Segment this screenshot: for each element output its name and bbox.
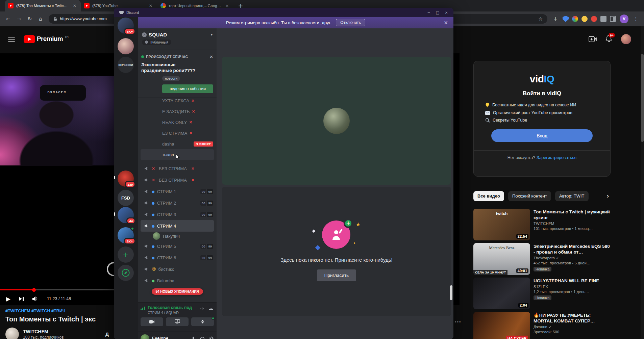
headphones-icon[interactable]	[200, 336, 205, 339]
progress-scrubber[interactable]	[32, 288, 36, 292]
chip-from-author[interactable]: Автор: TWIT	[555, 191, 589, 201]
vidiq-login-button[interactable]: Вход	[491, 129, 593, 142]
voice-channel[interactable]: ×БЕЗ СТРИМА×	[138, 163, 217, 174]
voice-channel-selected[interactable]: ●СТРИМ 4	[141, 220, 214, 232]
microphone-icon[interactable]	[191, 336, 196, 339]
server-icon-4[interactable]: 139	[118, 171, 134, 187]
suggested-channel[interactable]: TWITCHFM	[534, 221, 611, 226]
chip-all-videos[interactable]: Все видео	[473, 191, 504, 201]
video-thumbnail[interactable]: Mercedes-Benz СЕЛА ЗА 10 МИНУТ 49:01	[473, 243, 530, 275]
suggested-channel[interactable]: S1ZLEX	[534, 285, 599, 289]
hamburger-menu-icon[interactable]	[8, 37, 15, 42]
hidden-menu-dots[interactable]: •••	[455, 319, 462, 324]
color-extension-icon[interactable]	[572, 16, 578, 22]
voice-channel[interactable]: ●СТРИМ 3 0099	[138, 209, 217, 220]
disconnect-icon[interactable]	[208, 306, 214, 312]
browser-menu-icon[interactable]: ⋮	[631, 14, 641, 24]
text-channel[interactable]: Е ЗАХОДИТЬ×	[138, 106, 217, 117]
text-channel[interactable]: dashaВ ЭФИРЕ	[138, 138, 217, 149]
suggested-video[interactable]: Mercedes-Benz СЕЛА ЗА 10 МИНУТ 49:01 Эле…	[473, 243, 611, 275]
voice-channel[interactable]: ●Balumba	[138, 275, 217, 286]
home-button[interactable]: ⌂	[36, 14, 45, 24]
shield-extension-icon[interactable]	[563, 16, 569, 22]
settings-gear-icon[interactable]	[209, 336, 214, 339]
server-icon-6[interactable]: 44	[118, 207, 134, 223]
tab-close-icon[interactable]: ×	[72, 3, 77, 8]
video-thumbnail[interactable]: НА СУПЕР	[473, 312, 530, 339]
event-close-icon[interactable]: ×	[209, 54, 213, 59]
voice-channel[interactable]: ●СТРИМ 1 0099	[138, 186, 217, 197]
suggested-video[interactable]: twitch 22:54 Топ Моменты с Twitch | мужи…	[473, 209, 611, 240]
browser-tab-1[interactable]: (578) Топ Моменты с Twitch | эк ×	[5, 0, 81, 11]
reload-button[interactable]: ↻	[25, 14, 34, 24]
suggested-channel[interactable]: Джонни✓	[534, 325, 611, 329]
minimize-button[interactable]: ─	[424, 10, 433, 15]
discord-titlebar[interactable]: Discord ─ □ ×	[114, 8, 453, 17]
screenshare-button[interactable]	[166, 317, 189, 326]
voice-member[interactable]: Пакупич	[138, 232, 217, 240]
suggested-channel[interactable]: TheWarpath✓	[534, 256, 611, 260]
page-scrollbar-thumb[interactable]	[641, 54, 644, 142]
bookmark-star-icon[interactable]: ☆	[538, 16, 543, 22]
maximize-button[interactable]: □	[433, 10, 442, 15]
invite-button[interactable]: Пригласить	[317, 269, 356, 281]
browser-profile-avatar[interactable]: V	[620, 15, 628, 23]
side-panel-icon[interactable]	[610, 16, 616, 22]
pin-extension-icon[interactable]	[591, 16, 597, 22]
register-link[interactable]: Зарегистрироваться	[537, 155, 576, 160]
add-server-button[interactable]: +	[118, 246, 134, 263]
channel-avatar[interactable]	[5, 328, 19, 339]
video-hashtags[interactable]: #TWITCHFM #TWITCH #ТВИЧ	[5, 309, 65, 313]
voice-channel[interactable]: ●СТРИМ 2 0099	[138, 197, 217, 209]
video-thumbnail[interactable]: twitch 22:54	[473, 209, 530, 240]
suggested-video[interactable]: 2:04 UGLYSTEPHAN WILL BE FINE S1ZLEX 1,2…	[473, 278, 611, 309]
server-icon-2[interactable]	[118, 38, 134, 54]
camera-button[interactable]	[141, 317, 163, 326]
server-header[interactable]: ✓ SQUAD ▾ Публичный	[138, 28, 217, 50]
participant-video-tile[interactable]	[222, 57, 451, 185]
server-icon-7[interactable]: 2K+	[118, 227, 134, 243]
key-extension-icon[interactable]	[581, 16, 588, 22]
username[interactable]: Evelone	[152, 336, 168, 339]
youtube-logo[interactable]: Premium TR	[24, 35, 69, 43]
voice-channel[interactable]: ☺бистикс	[138, 263, 217, 275]
activities-button[interactable]	[191, 317, 214, 326]
youtube-profile-avatar[interactable]	[621, 34, 631, 44]
chips-scroll-right-icon[interactable]: ›	[595, 191, 611, 201]
back-button[interactable]: ←	[3, 14, 13, 24]
forward-button[interactable]: →	[14, 14, 24, 24]
streamer-mode-disable-button[interactable]: Отключить	[336, 19, 365, 26]
progress-bar[interactable]	[0, 289, 114, 290]
discord-scrollbar-thumb[interactable]	[450, 285, 452, 300]
extensions-puzzle-icon[interactable]	[600, 16, 606, 22]
volume-icon[interactable]	[32, 296, 39, 302]
noise-suppression-icon[interactable]	[200, 306, 204, 311]
suggested-video[interactable]: НА СУПЕР 🔥НИ РАЗУ НЕ УМЕРЕТЬ: MORTAL KOM…	[473, 312, 611, 339]
text-channel[interactable]: ЕЗ СТРИМА×	[138, 128, 217, 138]
voice-channel[interactable]: ●СТРИМ 5 0099	[138, 240, 217, 252]
banner-close-icon[interactable]: ×	[444, 20, 448, 26]
chip-related[interactable]: Похожий контент	[508, 191, 551, 201]
text-channel[interactable]: REAK ONLY×	[138, 117, 217, 128]
close-button[interactable]: ×	[442, 10, 451, 15]
tab-close-icon[interactable]: ×	[224, 3, 230, 8]
text-channel[interactable]: УХТА СЕКСА×	[138, 95, 217, 106]
next-button[interactable]	[19, 296, 24, 301]
explore-servers-button[interactable]	[118, 265, 134, 281]
user-avatar[interactable]	[141, 334, 149, 339]
play-button[interactable]: ▶	[6, 295, 10, 302]
new-mentions-pill[interactable]: 54 НОВЫХ УПОМИНАНИЯ	[151, 288, 203, 295]
create-icon[interactable]	[589, 36, 597, 42]
server-icon-3[interactable]: ВЕРБОССИ	[118, 57, 134, 73]
voice-channel[interactable]: ×БЕЗ СТРИМА×	[138, 174, 217, 186]
tab-close-icon[interactable]: ×	[148, 3, 153, 8]
server-icon-5[interactable]: FSD	[118, 190, 134, 206]
video-thumbnail[interactable]: 2:04	[473, 278, 530, 309]
voice-channel[interactable]: ●СТРИМ 6 0099	[138, 252, 217, 263]
notifications-bell-icon[interactable]: 9+	[605, 35, 612, 44]
event-details-button[interactable]: ведения о событии	[162, 84, 213, 93]
downloads-icon[interactable]: ↓	[551, 14, 560, 24]
member-avatar	[153, 232, 160, 240]
channel-name[interactable]: TWITCHFM	[23, 329, 64, 334]
server-icon-1[interactable]: 6K+	[118, 18, 134, 34]
